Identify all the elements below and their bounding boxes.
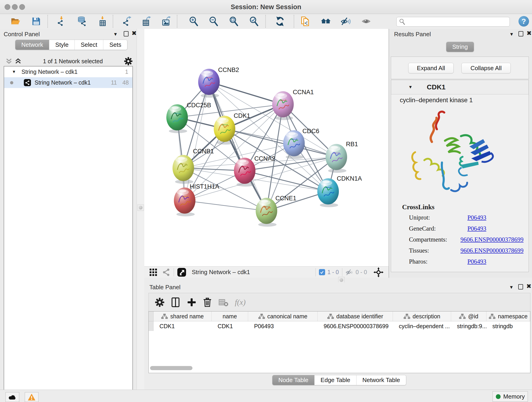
table-cell[interactable]: cyclin–dependent ... bbox=[393, 321, 451, 331]
table-cell[interactable]: CDK1 bbox=[153, 321, 212, 331]
table-cell[interactable]: stringdb:9... bbox=[451, 321, 486, 331]
node-CDC25B[interactable] bbox=[166, 104, 188, 133]
panel-menu-icon[interactable]: ▼ bbox=[509, 285, 514, 290]
network-share-icon[interactable] bbox=[162, 268, 171, 276]
vertical-splitter[interactable] bbox=[137, 29, 145, 390]
protein-expander-icon[interactable]: ▼ bbox=[408, 85, 413, 89]
crosslink-value-link[interactable]: 9606.ENSP00000378699 bbox=[461, 247, 524, 254]
node-RB1[interactable] bbox=[326, 144, 347, 173]
tab-edge-table[interactable]: Edge Table bbox=[314, 375, 356, 385]
tab-network[interactable]: Network bbox=[15, 40, 49, 50]
crosslink-value-link[interactable]: P06493 bbox=[467, 225, 486, 232]
export-network-button[interactable] bbox=[122, 16, 133, 27]
table-row[interactable]: CDK1CDK1P064939606.ENSP00000378699cyclin… bbox=[149, 321, 530, 331]
birdseye-crosshair-icon[interactable] bbox=[374, 267, 384, 277]
save-session-button[interactable] bbox=[31, 16, 42, 27]
grid-view-icon[interactable] bbox=[149, 268, 157, 276]
expand-all-button[interactable]: Expand All bbox=[408, 63, 454, 73]
collapse-all-chevrons-icon[interactable] bbox=[6, 58, 12, 65]
memory-button[interactable]: Memory bbox=[493, 391, 528, 402]
panel-menu-icon[interactable]: ▼ bbox=[509, 32, 514, 37]
delete-table-icon[interactable] bbox=[218, 298, 228, 307]
panel-close-icon[interactable]: ✖ bbox=[526, 283, 532, 290]
column-header[interactable]: name bbox=[212, 312, 248, 321]
zoom-out-button[interactable] bbox=[208, 16, 219, 27]
column-header[interactable]: description bbox=[393, 312, 451, 321]
table-cell[interactable]: P06493 bbox=[248, 321, 318, 331]
node-CCNB2[interactable] bbox=[198, 69, 220, 98]
node-CCNA1[interactable] bbox=[272, 91, 294, 120]
column-header[interactable]: database identifier bbox=[317, 312, 393, 321]
network-row[interactable]: String Network – cdk1 11 48 bbox=[4, 77, 133, 88]
import-network-button[interactable] bbox=[56, 16, 67, 27]
edge-HIST1H1A-CCNE1[interactable] bbox=[185, 201, 266, 211]
collapse-all-button[interactable]: Collapse All bbox=[462, 63, 511, 73]
zoom-selected-button[interactable] bbox=[248, 16, 259, 27]
network-options-gear-icon[interactable] bbox=[124, 57, 133, 65]
tab-style[interactable]: Style bbox=[49, 40, 75, 50]
export-table-button[interactable] bbox=[141, 16, 152, 27]
node-HIST1H1A[interactable] bbox=[174, 187, 196, 216]
tab-node-table[interactable]: Node Table bbox=[272, 375, 314, 385]
function-builder-icon[interactable]: f(x) bbox=[235, 298, 246, 307]
panel-close-icon[interactable]: ✖ bbox=[526, 30, 532, 37]
horizontal-splitter[interactable] bbox=[144, 278, 532, 282]
panel-float-icon[interactable] bbox=[518, 284, 523, 289]
search-input[interactable] bbox=[405, 18, 510, 26]
tab-network-table[interactable]: Network Table bbox=[356, 375, 406, 385]
table-options-gear-icon[interactable] bbox=[155, 298, 164, 307]
column-header[interactable]: @id bbox=[451, 312, 486, 321]
zoom-fit-button[interactable] bbox=[228, 16, 239, 27]
edge-RB1-HIST1H1A[interactable] bbox=[185, 157, 336, 201]
node-CCNB1[interactable] bbox=[172, 155, 194, 184]
edge-CDK1-RB1[interactable] bbox=[225, 129, 336, 157]
node-CDC6[interactable] bbox=[283, 130, 305, 159]
selected-count-checkbox-icon[interactable] bbox=[319, 269, 325, 275]
network-canvas[interactable]: CCNB2CCNA1CDC25BCDK1CDC6RB1CCNB1CCNA2CDK… bbox=[144, 29, 389, 266]
import-table-button[interactable] bbox=[97, 16, 108, 27]
refresh-button[interactable] bbox=[274, 16, 285, 27]
panel-float-icon[interactable] bbox=[124, 31, 128, 36]
tab-sets[interactable]: Sets bbox=[103, 40, 127, 50]
show-columns-icon[interactable] bbox=[171, 297, 180, 307]
node-CCNE1[interactable] bbox=[256, 198, 277, 227]
panel-menu-icon[interactable]: ▼ bbox=[113, 32, 118, 37]
node-CDKN1A[interactable] bbox=[317, 178, 339, 207]
column-header[interactable]: shared name bbox=[153, 312, 212, 321]
table-cell[interactable]: CDK1 bbox=[212, 321, 248, 331]
show-all-button[interactable] bbox=[361, 16, 372, 27]
crosslink-value-link[interactable]: P06493 bbox=[467, 214, 486, 221]
network-collection-row[interactable]: ▼ String Network – cdk1 1 bbox=[4, 66, 133, 77]
crosslink-value-link[interactable]: P06493 bbox=[467, 258, 486, 265]
table-cell[interactable]: 9606.ENSP00000378699 bbox=[317, 321, 393, 331]
clone-network-button[interactable] bbox=[300, 16, 311, 27]
crosslink-value-link[interactable]: 9606.ENSP00000378699 bbox=[461, 236, 524, 243]
column-header[interactable]: canonical name bbox=[248, 312, 318, 321]
help-button[interactable]: ? bbox=[519, 16, 529, 27]
hide-selected-button[interactable] bbox=[340, 16, 351, 27]
expand-all-chevrons-icon[interactable] bbox=[15, 58, 22, 65]
splitter-handle[interactable] bbox=[138, 204, 144, 211]
detach-view-icon[interactable] bbox=[177, 268, 186, 277]
table-horizontal-scrollbar[interactable] bbox=[150, 366, 192, 370]
toolbar-search[interactable] bbox=[396, 17, 510, 27]
cloud-status-button[interactable] bbox=[6, 392, 19, 402]
panel-close-icon[interactable]: ✖ bbox=[132, 30, 137, 37]
panel-float-icon[interactable] bbox=[519, 31, 523, 36]
open-session-button[interactable] bbox=[10, 16, 21, 27]
delete-column-trash-icon[interactable] bbox=[203, 297, 212, 307]
export-image-button[interactable] bbox=[161, 16, 172, 27]
hidden-count-eye-icon[interactable] bbox=[346, 268, 353, 276]
tab-string[interactable]: String bbox=[446, 42, 474, 52]
collection-expander-icon[interactable]: ▼ bbox=[12, 70, 16, 74]
column-header[interactable]: namespace bbox=[486, 312, 530, 321]
import-network-from-database-button[interactable] bbox=[76, 16, 87, 27]
first-neighbors-button[interactable] bbox=[320, 16, 331, 27]
network-graph[interactable]: CCNB2CCNA1CDC25BCDK1CDC6RB1CCNB1CCNA2CDK… bbox=[144, 29, 388, 266]
tab-select[interactable]: Select bbox=[75, 40, 103, 50]
zoom-in-button[interactable] bbox=[188, 16, 199, 27]
warnings-button[interactable] bbox=[25, 392, 38, 402]
table-cell[interactable]: stringdb bbox=[486, 321, 530, 331]
edge-CCNB2-CCNA1[interactable] bbox=[209, 82, 283, 104]
create-column-icon[interactable] bbox=[187, 297, 196, 307]
